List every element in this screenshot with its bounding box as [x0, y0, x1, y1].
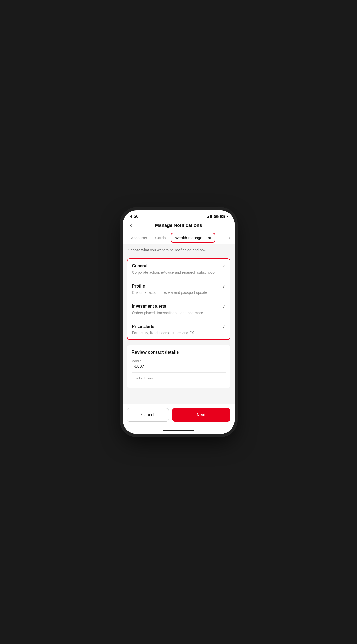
status-icons: 5G 44	[207, 214, 227, 219]
section-investment-alerts[interactable]: Investment alerts ∨ Orders placed, trans…	[127, 299, 230, 320]
home-indicator	[123, 427, 235, 434]
main-content: General ∨ Corporate action, eAdvice and …	[123, 255, 235, 404]
section-investment-title: Investment alerts	[132, 304, 166, 309]
signal-bars-icon	[207, 215, 212, 218]
tab-cards[interactable]: Cards	[151, 232, 170, 243]
section-profile-desc: Customer account review and passport upd…	[132, 290, 225, 295]
battery-icon: 44	[220, 215, 227, 218]
chevron-down-icon-investment[interactable]: ∨	[222, 304, 225, 309]
status-bar: 4:56 5G 44	[123, 210, 235, 221]
battery-level: 44	[222, 215, 225, 218]
chevron-down-icon-price[interactable]: ∨	[222, 324, 225, 329]
chevron-down-icon-general[interactable]: ∨	[222, 264, 225, 269]
back-button[interactable]: ‹	[128, 221, 134, 230]
mobile-field: Mobile ···8837	[132, 359, 226, 369]
section-profile-title: Profile	[132, 284, 145, 289]
nav-header: ‹ Manage Notifications	[123, 221, 235, 231]
chevron-down-icon-profile[interactable]: ∨	[222, 284, 225, 289]
tab-accounts[interactable]: Accounts	[127, 232, 151, 243]
review-contact-title: Review contact details	[132, 350, 226, 355]
section-general-title: General	[132, 264, 148, 268]
next-button[interactable]: Next	[172, 408, 230, 422]
status-time: 4:56	[130, 214, 139, 219]
notifications-sections-card: General ∨ Corporate action, eAdvice and …	[127, 258, 230, 340]
page-title: Manage Notifications	[155, 223, 202, 228]
section-price-desc: For equity, fixed income, funds and FX	[132, 330, 225, 336]
home-bar	[163, 430, 194, 431]
field-divider	[132, 372, 226, 373]
subtitle-text: Choose what you want to be notified on a…	[123, 244, 235, 255]
section-general-desc: Corporate action, eAdvice and research s…	[132, 270, 225, 275]
network-type: 5G	[214, 214, 219, 219]
cancel-button[interactable]: Cancel	[127, 408, 169, 422]
email-field: Email address	[132, 376, 226, 380]
review-contact-section: Review contact details Mobile ···8837 Em…	[127, 345, 230, 388]
section-price-alerts[interactable]: Price alerts ∨ For equity, fixed income,…	[127, 319, 230, 339]
section-price-title: Price alerts	[132, 324, 154, 329]
section-investment-desc: Orders placed, transactions made and mor…	[132, 310, 225, 316]
tabs-container: Accounts Cards Wealth management ›	[123, 231, 235, 244]
tab-chevron-icon[interactable]: ›	[229, 235, 230, 240]
section-general[interactable]: General ∨ Corporate action, eAdvice and …	[127, 259, 230, 279]
action-buttons: Cancel Next	[123, 404, 235, 427]
phone-shell: 4:56 5G 44 ‹ Manage Notifications Accoun…	[123, 210, 235, 434]
mobile-value: ···8837	[132, 364, 226, 369]
section-profile[interactable]: Profile ∨ Customer account review and pa…	[127, 279, 230, 299]
tab-wealth-management[interactable]: Wealth management	[171, 233, 215, 243]
mobile-label: Mobile	[132, 359, 226, 363]
email-label: Email address	[132, 376, 226, 380]
